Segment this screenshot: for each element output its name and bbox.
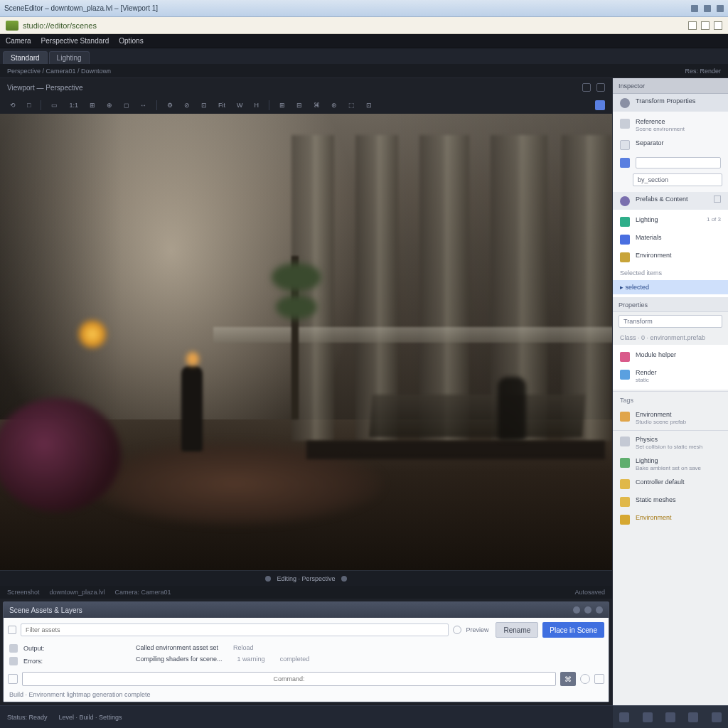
header-avatar-icon bbox=[620, 98, 630, 108]
sb-dropdown[interactable] bbox=[613, 154, 728, 172]
assets-panel-header: Scene Assets & Layers bbox=[4, 602, 609, 618]
rename-button[interactable]: Rename bbox=[496, 622, 538, 638]
sb-props-title: Properties bbox=[613, 297, 728, 312]
window-maximize-icon[interactable] bbox=[704, 5, 711, 12]
sb-feed-ctrl[interactable]: Controller default bbox=[613, 475, 728, 493]
vt-4[interactable]: ⊞ bbox=[87, 100, 98, 110]
address-bar: studio://editor/scenes bbox=[0, 17, 728, 34]
vt-16[interactable]: ⌘ bbox=[311, 100, 323, 110]
sb-header: Transform Properties bbox=[613, 94, 728, 112]
menu-item-perspective[interactable]: Perspective Standard bbox=[41, 37, 109, 45]
tab-lighting[interactable]: Lighting bbox=[49, 51, 90, 64]
viewport-gear-icon[interactable] bbox=[582, 83, 591, 92]
viewport-status-bar: Editing · Perspective bbox=[0, 570, 612, 586]
sb-assets-note: Selected items bbox=[613, 266, 728, 280]
home-opt-icon[interactable] bbox=[714, 196, 721, 203]
vt-6[interactable]: ◻ bbox=[121, 100, 132, 110]
vt-17[interactable]: ⊛ bbox=[328, 100, 340, 110]
vt-1[interactable]: □ bbox=[24, 100, 33, 110]
sb-asset-light[interactable]: Lighting1 of 3 bbox=[613, 213, 728, 230]
addr-action-1-icon[interactable] bbox=[688, 21, 697, 30]
addr-action-3-icon[interactable] bbox=[714, 21, 722, 30]
vt-fit[interactable]: Fit bbox=[215, 100, 228, 110]
vt-5[interactable]: ⊕ bbox=[104, 100, 115, 110]
viewport-canvas[interactable] bbox=[0, 114, 612, 570]
cmd-help-icon[interactable] bbox=[580, 674, 590, 684]
vt-2[interactable]: ▭ bbox=[48, 100, 60, 110]
sb-card-render[interactable]: Renderstatic bbox=[613, 365, 728, 387]
sb-tag-env[interactable]: EnvironmentStudio scene prefab bbox=[613, 407, 728, 429]
material-icon bbox=[620, 235, 630, 245]
addr-action-2-icon[interactable] bbox=[701, 21, 710, 30]
vt-10[interactable]: ⊡ bbox=[198, 100, 210, 110]
tray-3-icon[interactable] bbox=[665, 712, 675, 722]
vt-sep-2 bbox=[156, 100, 157, 110]
render-icon bbox=[620, 370, 630, 380]
sb-feed-mesh[interactable]: Static meshes bbox=[613, 493, 728, 510]
address-text[interactable]: studio://editor/scenes bbox=[23, 21, 97, 30]
sb-dropdown-btn[interactable]: by_section bbox=[633, 173, 722, 186]
menu-item-options[interactable]: Options bbox=[119, 37, 143, 45]
asset-row-output[interactable]: Output: bbox=[8, 642, 122, 655]
menu-item-camera[interactable]: Camera bbox=[6, 37, 31, 45]
vt-8[interactable]: ⚙ bbox=[164, 100, 176, 110]
tray-2-icon[interactable] bbox=[643, 712, 653, 722]
scene-painting bbox=[0, 114, 612, 570]
figure-standing bbox=[181, 366, 203, 451]
vt-19[interactable]: ⊡ bbox=[363, 100, 375, 110]
vt-7[interactable]: ↔ bbox=[137, 100, 149, 110]
cmd-opt-icon[interactable] bbox=[594, 674, 604, 684]
viewport-meta-bar: Screenshot downtown_plaza.lvl Camera: Ca… bbox=[0, 586, 612, 599]
viewport-title: Viewport — Perspective bbox=[7, 84, 83, 92]
asset-row-errors[interactable]: Errors: bbox=[8, 655, 122, 668]
tray-4-icon[interactable] bbox=[688, 712, 698, 722]
panel-ctl-2-icon[interactable] bbox=[584, 606, 592, 614]
sb-feed-light[interactable]: LightingBake ambient set on save bbox=[613, 454, 728, 475]
sb-tags-title: Tags bbox=[613, 393, 728, 407]
tray-5-icon[interactable] bbox=[712, 712, 722, 722]
vt-h[interactable]: H bbox=[251, 100, 262, 110]
sb-card-mod[interactable]: Module helper bbox=[613, 348, 728, 365]
viewport-column: Viewport — Perspective ⟲ □ ▭ 1:1 ⊞ ⊕ ◻ ↔… bbox=[0, 78, 613, 705]
sb-ref[interactable]: ReferenceScene environment bbox=[613, 114, 728, 136]
folder-icon bbox=[620, 497, 630, 507]
vt-9[interactable]: ⊘ bbox=[181, 100, 193, 110]
vt-sep-3 bbox=[269, 100, 269, 110]
lamp-glow-icon bbox=[78, 320, 107, 348]
system-tray bbox=[613, 705, 728, 728]
vt-14[interactable]: ⊞ bbox=[277, 100, 288, 110]
console-input[interactable] bbox=[22, 672, 556, 686]
sb-assets-selected[interactable]: ▸ selected bbox=[613, 280, 728, 294]
assets-search-input[interactable] bbox=[21, 623, 449, 636]
vt-color-chip[interactable] bbox=[595, 100, 605, 110]
vt-w[interactable]: W bbox=[234, 100, 246, 110]
place-scene-button[interactable]: Place in Scene bbox=[542, 622, 604, 638]
home-icon bbox=[620, 196, 630, 206]
sidebar-title: Inspector bbox=[613, 78, 728, 94]
panel-ctl-1-icon[interactable] bbox=[573, 606, 580, 614]
window-minimize-icon[interactable] bbox=[691, 5, 698, 12]
menu-bar: Camera Perspective Standard Options bbox=[0, 34, 728, 48]
window-close-icon[interactable] bbox=[717, 5, 724, 12]
doc-icon bbox=[9, 644, 18, 653]
vt-18[interactable]: ⬚ bbox=[346, 100, 358, 110]
sb-home[interactable]: Prefabs & Content bbox=[613, 192, 728, 210]
tab-standard[interactable]: Standard bbox=[3, 51, 48, 64]
sb-header-label: Transform Properties bbox=[636, 97, 695, 105]
sb-props-field[interactable]: Transform bbox=[619, 315, 722, 328]
vt-15[interactable]: ⊟ bbox=[294, 100, 305, 110]
sb-feed-physics[interactable]: PhysicsSet collision to static mesh bbox=[613, 432, 728, 454]
viewport-expand-icon[interactable] bbox=[596, 83, 605, 92]
sb-asset-env[interactable]: Environment bbox=[613, 248, 728, 266]
cmd-submit-button[interactable]: ⌘ bbox=[560, 672, 576, 686]
sb-asset-mat[interactable]: Materials bbox=[613, 230, 728, 248]
vt-undo-icon[interactable]: ⟲ bbox=[7, 100, 18, 110]
viewport-header: Viewport — Perspective bbox=[0, 78, 612, 97]
panel-ctl-3-icon[interactable] bbox=[596, 606, 603, 614]
folder-icon bbox=[620, 479, 630, 489]
tray-1-icon[interactable] bbox=[619, 712, 629, 722]
sb-feed-env[interactable]: Environment bbox=[613, 510, 728, 528]
sb-sep[interactable]: Separator bbox=[613, 136, 728, 154]
vt-ratio[interactable]: 1:1 bbox=[66, 100, 81, 110]
clear-icon[interactable] bbox=[453, 626, 461, 634]
